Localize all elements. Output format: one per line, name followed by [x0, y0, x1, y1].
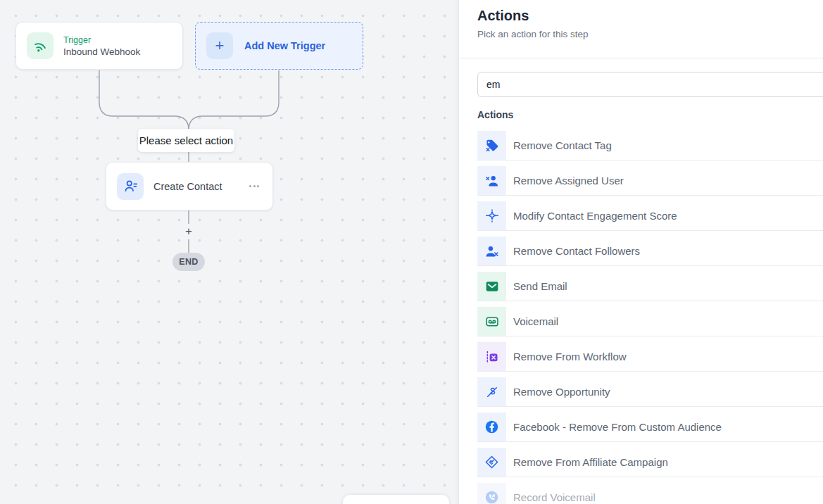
voicemail-icon	[477, 307, 506, 336]
panel-subtitle: Pick an action for this step	[477, 29, 823, 39]
action-item[interactable]: Remove Opportunity	[477, 377, 823, 407]
action-item[interactable]: Remove Assigned User	[477, 166, 823, 196]
action-item[interactable]: Remove Contact Tag	[477, 131, 823, 160]
please-select-action-label: Please select action	[138, 129, 234, 152]
workflow-builder: Trigger Inbound Webhook + Add New Trigge…	[0, 0, 823, 504]
facebook-icon	[477, 412, 506, 441]
trigger-node-title: Trigger	[63, 35, 140, 45]
engagement-sparkle-icon	[477, 201, 506, 230]
action-item-label: Remove Contact Tag	[513, 139, 612, 151]
action-item[interactable]: Record Voicemail	[477, 483, 823, 504]
action-list: Remove Contact TagRemove Assigned UserMo…	[477, 131, 823, 504]
action-item[interactable]: Modify Contact Engagement Score	[477, 201, 823, 231]
webhook-rss-icon	[27, 32, 54, 59]
followers-remove-icon	[477, 237, 506, 265]
actions-section-label: Actions	[477, 109, 823, 122]
action-item[interactable]: Send Email	[477, 272, 823, 301]
tag-remove-icon	[477, 131, 506, 160]
action-item-label: Send Email	[513, 280, 567, 292]
end-node: END	[172, 253, 205, 271]
action-item-label: Remove Opportunity	[513, 386, 610, 398]
action-item[interactable]: Facebook - Remove From Custom Audience	[477, 412, 823, 442]
opportunity-remove-icon	[477, 377, 506, 406]
create-contact-node[interactable]: Create Contact	[106, 162, 273, 210]
action-item-label: Facebook - Remove From Custom Audience	[513, 421, 722, 433]
actions-panel-body: Actions Remove Contact TagRemove Assigne…	[459, 58, 823, 504]
action-item[interactable]: Remove Contact Followers	[477, 237, 823, 266]
action-item-label: Record Voicemail	[513, 491, 596, 503]
panel-title: Actions	[477, 8, 823, 24]
user-remove-icon	[477, 166, 506, 195]
trigger-node[interactable]: Trigger Inbound Webhook	[15, 22, 183, 70]
record-voicemail-icon	[477, 483, 506, 504]
actions-panel: Actions Pick an action for this step Act…	[458, 0, 823, 504]
add-new-trigger-button[interactable]: + Add New Trigger	[195, 22, 363, 70]
connector-lines	[0, 0, 458, 504]
plus-icon: +	[206, 32, 233, 59]
contact-person-icon	[117, 173, 144, 200]
actions-panel-header: Actions Pick an action for this step	[459, 0, 823, 58]
workflow-canvas[interactable]: Trigger Inbound Webhook + Add New Trigge…	[0, 0, 458, 504]
action-item[interactable]: Remove From Workflow	[477, 342, 823, 372]
action-item-label: Remove Contact Followers	[513, 245, 640, 257]
action-item-label: Modify Contact Engagement Score	[513, 210, 677, 222]
trigger-node-subtitle: Inbound Webhook	[63, 46, 140, 57]
action-item[interactable]: Remove From Affiliate Campaign	[477, 448, 823, 477]
add-step-button[interactable]: +	[182, 225, 195, 238]
action-search-input[interactable]	[477, 72, 823, 97]
action-item-label: Voicemail	[513, 315, 558, 327]
action-item-label: Remove From Workflow	[513, 351, 627, 363]
add-new-trigger-label: Add New Trigger	[244, 40, 325, 51]
email-icon	[477, 272, 506, 301]
workflow-remove-icon	[477, 342, 506, 371]
affiliate-handshake-icon	[477, 448, 506, 477]
create-contact-label: Create Contact	[153, 181, 222, 192]
action-item-label: Remove Assigned User	[513, 175, 624, 187]
more-options-icon[interactable]	[246, 163, 263, 210]
action-item-label: Remove From Affiliate Campaign	[513, 456, 668, 468]
action-item[interactable]: Voicemail	[477, 307, 823, 336]
canvas-bottom-toolbar[interactable]	[343, 495, 449, 504]
